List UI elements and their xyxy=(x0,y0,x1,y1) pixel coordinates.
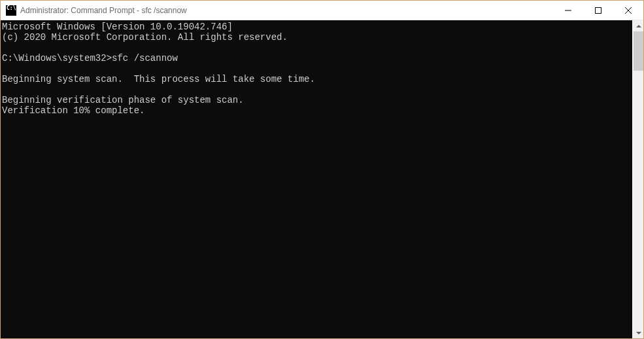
scroll-down-arrow-icon[interactable] xyxy=(633,327,644,338)
terminal-line: Beginning verification phase of system s… xyxy=(2,95,244,105)
terminal-line: Microsoft Windows [Version 10.0.19042.74… xyxy=(2,22,233,32)
scroll-thumb[interactable] xyxy=(634,31,643,71)
svg-marker-4 xyxy=(636,25,641,27)
titlebar[interactable]: C:\ Administrator: Command Prompt - sfc … xyxy=(1,1,643,20)
command-prompt-window: C:\ Administrator: Command Prompt - sfc … xyxy=(0,0,644,339)
terminal-line: Beginning system scan. This process will… xyxy=(2,74,315,84)
terminal-line: C:\Windows\system32>sfc /scannow xyxy=(2,53,178,63)
close-button[interactable] xyxy=(613,1,643,20)
maximize-button[interactable] xyxy=(583,1,613,20)
cmd-icon: C:\ xyxy=(6,5,16,16)
terminal-container: Microsoft Windows [Version 10.0.19042.74… xyxy=(1,20,643,338)
cmd-icon-text: C:\ xyxy=(7,6,16,11)
vertical-scrollbar[interactable] xyxy=(632,20,643,338)
window-controls xyxy=(553,1,643,20)
scroll-up-arrow-icon[interactable] xyxy=(633,20,644,31)
svg-marker-5 xyxy=(636,332,641,334)
minimize-button[interactable] xyxy=(553,1,583,20)
minimize-icon xyxy=(565,7,571,14)
terminal-line: (c) 2020 Microsoft Corporation. All righ… xyxy=(2,32,288,43)
close-icon xyxy=(625,7,632,14)
terminal-line: Verification 10% complete. xyxy=(2,105,144,116)
svg-rect-1 xyxy=(596,8,602,14)
window-title: Administrator: Command Prompt - sfc /sca… xyxy=(20,6,553,15)
terminal-output[interactable]: Microsoft Windows [Version 10.0.19042.74… xyxy=(1,20,632,338)
maximize-icon xyxy=(595,7,602,14)
